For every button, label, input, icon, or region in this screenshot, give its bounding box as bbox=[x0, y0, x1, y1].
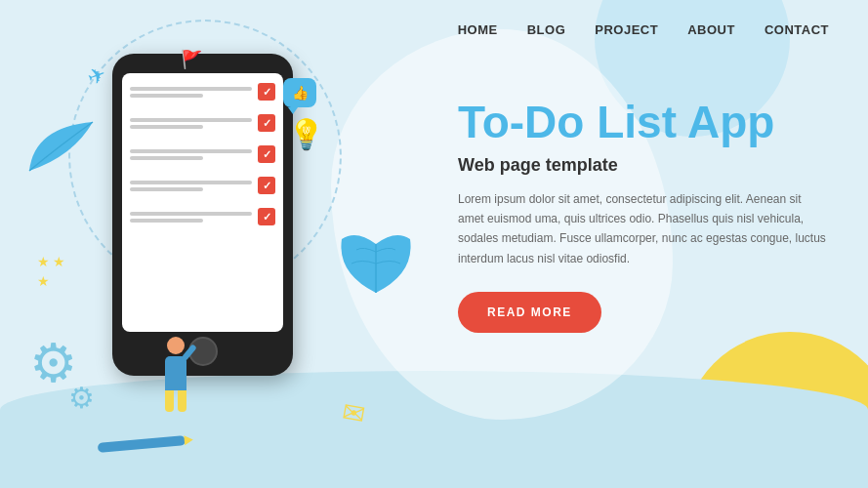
star-icon: ★ bbox=[37, 273, 50, 289]
app-title: To-Do List App bbox=[458, 98, 829, 147]
checkbox-checked: ✓ bbox=[258, 83, 275, 101]
checklist-line-short bbox=[130, 125, 203, 129]
checklist-line-short bbox=[130, 94, 203, 98]
checklist-item: ✓ bbox=[130, 145, 275, 163]
nav-about[interactable]: ABOUT bbox=[687, 22, 735, 37]
illustration: ⚙ ⚙ ✈ 👍 💡 ★ ★ ★ 🚩 ✓ bbox=[0, 0, 459, 488]
checklist-item: ✓ bbox=[130, 208, 275, 225]
checklist-line bbox=[130, 181, 252, 184]
app-subtitle: Web page template bbox=[458, 155, 829, 176]
checklist-lines bbox=[130, 118, 252, 129]
checklist-line-short bbox=[130, 187, 203, 191]
checklist-item: ✓ bbox=[130, 114, 275, 132]
pencil-tip bbox=[184, 434, 193, 445]
pencil-decoration bbox=[98, 435, 186, 453]
lightbulb-icon: 💡 bbox=[288, 117, 324, 151]
nav-project[interactable]: PROJECT bbox=[595, 22, 658, 37]
phone-illustration: ✓ ✓ ✓ ✓ bbox=[112, 54, 293, 376]
checklist-lines bbox=[130, 212, 252, 223]
checklist-line bbox=[130, 118, 252, 122]
checkbox-checked: ✓ bbox=[258, 177, 275, 194]
gear-small-icon: ⚙ bbox=[68, 381, 95, 415]
read-more-button[interactable]: READ MORE bbox=[458, 292, 601, 333]
checklist-line bbox=[130, 149, 252, 153]
leaf-left-icon bbox=[24, 117, 103, 176]
stars-decoration: ★ ★ ★ bbox=[37, 254, 65, 289]
checkbox-checked: ✓ bbox=[258, 114, 275, 132]
person-legs bbox=[151, 390, 200, 412]
checklist-line-short bbox=[130, 219, 203, 223]
star-icon: ★ bbox=[37, 254, 50, 269]
person-body bbox=[165, 356, 186, 390]
checklist-line-short bbox=[130, 156, 203, 160]
checkbox-checked: ✓ bbox=[258, 145, 275, 163]
checklist-line bbox=[130, 212, 252, 216]
nav-items: HOME BLOG PROJECT ABOUT CONTACT bbox=[458, 22, 829, 37]
phone-screen: ✓ ✓ ✓ ✓ bbox=[122, 73, 283, 332]
checklist-line bbox=[130, 87, 252, 91]
app-description: Lorem ipsum dolor sit amet, consectetur … bbox=[458, 189, 829, 269]
person-leg-left bbox=[165, 390, 174, 412]
navbar: HOME BLOG PROJECT ABOUT CONTACT bbox=[0, 0, 868, 59]
checklist-lines bbox=[130, 87, 252, 98]
checklist-item: ✓ bbox=[130, 83, 275, 101]
star-icon: ★ bbox=[53, 254, 65, 269]
envelope-icon: ✉ bbox=[339, 395, 366, 430]
nav-home[interactable]: HOME bbox=[458, 22, 498, 37]
nav-contact[interactable]: CONTACT bbox=[765, 22, 829, 37]
person-leg-right bbox=[178, 390, 186, 412]
hero-content: To-Do List App Web page template Lorem i… bbox=[458, 98, 829, 333]
checklist-item: ✓ bbox=[130, 177, 275, 194]
thumbs-up-bubble-icon: 👍 bbox=[283, 78, 316, 107]
checklist-lines bbox=[130, 181, 252, 191]
checklist-lines bbox=[130, 149, 252, 160]
person-figure bbox=[151, 337, 200, 434]
checkbox-checked: ✓ bbox=[258, 208, 275, 225]
nav-blog[interactable]: BLOG bbox=[527, 22, 566, 37]
person-head bbox=[167, 337, 185, 354]
leaf-right-icon bbox=[332, 224, 420, 298]
